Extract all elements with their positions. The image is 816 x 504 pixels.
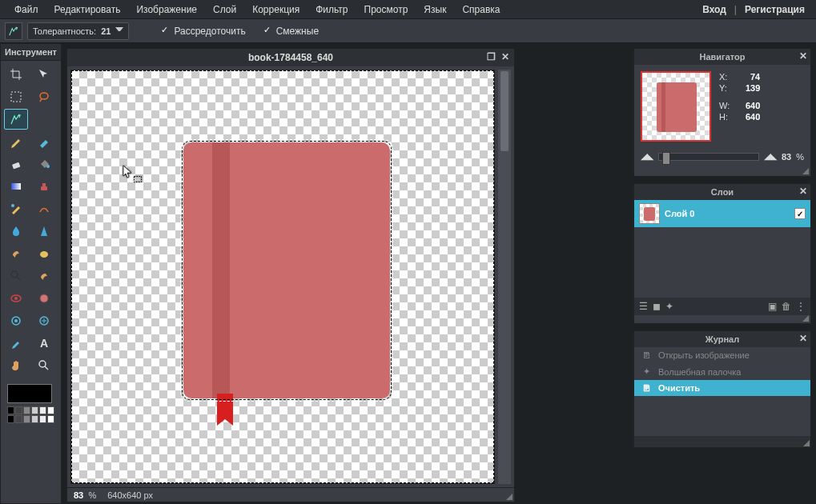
pinch-tool[interactable] [32, 310, 56, 331]
dodge-tool[interactable] [4, 266, 28, 286]
menu-layer[interactable]: Слой [205, 1, 244, 18]
chevron-down-icon[interactable] [115, 27, 123, 35]
gradient-tool[interactable] [4, 176, 28, 197]
palette-swatch[interactable] [47, 406, 54, 414]
layer-mask-icon[interactable]: ◼ [653, 301, 661, 312]
marquee-tool[interactable] [4, 86, 28, 107]
palette-swatch[interactable] [15, 406, 22, 414]
bucket-tool[interactable] [32, 154, 56, 174]
burn-tool[interactable] [32, 266, 56, 286]
tolerance-control[interactable]: Толерантность: 21 [27, 22, 129, 40]
smudge-tool[interactable] [4, 243, 28, 264]
close-icon[interactable]: ✕ [799, 50, 807, 62]
zoom-slider[interactable] [658, 153, 759, 161]
layer-visibility-checkbox[interactable]: ✓ [794, 208, 806, 219]
nav-x-value: 74 [738, 72, 760, 82]
zoom-out-icon[interactable]: ◢◣ [641, 151, 653, 162]
color-swatch[interactable] [1, 379, 61, 406]
type-tool[interactable]: A [32, 333, 56, 354]
svg-point-12 [40, 294, 48, 302]
lasso-tool[interactable] [32, 86, 56, 107]
draw-tool[interactable] [32, 198, 56, 219]
toolbox-panel: Инструмент A [0, 43, 62, 504]
document-titlebar[interactable]: book-1784458_640 ❐ ✕ [67, 49, 514, 66]
antialias-checkbox[interactable]: Рассредоточить [155, 26, 251, 37]
history-item[interactable]: 🖹Очистить [634, 380, 810, 396]
bloat-tool[interactable] [4, 310, 28, 331]
svg-point-14 [14, 319, 18, 322]
clone-tool[interactable] [32, 176, 56, 197]
resize-handle-icon[interactable] [802, 315, 809, 322]
spot-heal-tool[interactable] [32, 288, 56, 309]
nav-h-value: 640 [738, 112, 760, 122]
maximize-icon[interactable]: ❐ [485, 51, 496, 62]
palette-swatch[interactable] [39, 406, 46, 414]
navigator-title: Навигатор [700, 52, 746, 62]
blur-tool[interactable] [4, 221, 28, 242]
menu-help[interactable]: Справка [454, 1, 508, 18]
pencil-tool[interactable] [4, 131, 28, 152]
options-bar: Толерантность: 21 Рассредоточить Смежные [0, 19, 816, 43]
menu-adjust[interactable]: Коррекция [244, 1, 308, 18]
color-replace-tool[interactable] [4, 198, 28, 219]
register-link[interactable]: Регистрация [740, 1, 810, 18]
vertical-scrollbar[interactable] [498, 70, 511, 484]
menu-bar: Файл Редактировать Изображение Слой Корр… [0, 0, 816, 19]
sponge-tool[interactable] [32, 243, 56, 264]
palette-swatch[interactable] [15, 415, 22, 423]
layer-row[interactable]: Слой 0 ✓ [634, 200, 810, 227]
layer-style-icon[interactable]: ✦ [665, 301, 673, 312]
menu-lang[interactable]: Язык [416, 1, 454, 18]
close-icon[interactable]: ✕ [500, 51, 511, 62]
palette-swatch[interactable] [7, 415, 14, 423]
nav-zoom-value: 83 [782, 152, 791, 162]
layers-panel: Слои ✕ Слой 0 ✓ ☰ ◼ ✦ ▣ 🗑 ⋮ [633, 183, 811, 324]
foreground-color[interactable] [7, 384, 52, 403]
menu-filter[interactable]: Фильтр [308, 1, 356, 18]
delete-layer-icon[interactable]: 🗑 [782, 301, 791, 312]
history-item[interactable]: 🖹Открыть изображение [634, 347, 810, 363]
login-link[interactable]: Вход [697, 1, 731, 18]
move-tool[interactable] [32, 64, 56, 85]
navigator-thumbnail[interactable] [641, 71, 711, 142]
menu-edit[interactable]: Редактировать [46, 1, 129, 18]
menu-image[interactable]: Изображение [128, 1, 205, 18]
menu-view[interactable]: Просмотр [356, 1, 416, 18]
auth-separator: | [731, 4, 740, 15]
sharpen-tool[interactable] [32, 221, 56, 242]
zoom-in-icon[interactable]: ◢◣ [764, 151, 777, 162]
palette-swatch[interactable] [39, 415, 46, 423]
palette-swatch[interactable] [31, 406, 38, 414]
close-icon[interactable]: ✕ [799, 333, 807, 344]
brush-tool[interactable] [32, 131, 56, 152]
resize-handle-icon[interactable] [506, 494, 513, 500]
crop-tool[interactable] [4, 64, 28, 85]
eraser-tool[interactable] [4, 154, 28, 174]
nav-h-label: H: [719, 112, 728, 122]
redeye-tool[interactable] [4, 288, 28, 309]
auth-area: Вход | Регистрация [697, 1, 810, 18]
zoom-tool[interactable] [32, 355, 56, 376]
check-icon [263, 26, 273, 36]
navigator-info: X:74 Y:139 W:640 H:640 [719, 71, 760, 142]
document-statusbar: 83 % 640x640 px [67, 487, 514, 502]
resize-handle-icon[interactable] [803, 440, 810, 446]
hand-tool[interactable] [4, 355, 28, 376]
nav-y-label: Y: [719, 83, 727, 93]
contiguous-checkbox[interactable]: Смежные [257, 26, 325, 37]
eyedropper-tool[interactable] [4, 333, 28, 354]
canvas-viewport[interactable] [70, 70, 495, 484]
palette-swatch[interactable] [47, 415, 54, 423]
palette-swatch[interactable] [23, 406, 30, 414]
palette-swatch[interactable] [31, 415, 38, 423]
layer-settings-icon[interactable]: ☰ [639, 301, 648, 312]
palette-swatch[interactable] [23, 415, 30, 423]
menu-file[interactable]: Файл [6, 1, 46, 18]
close-icon[interactable]: ✕ [799, 186, 807, 197]
new-layer-icon[interactable]: ▣ [768, 301, 777, 312]
layer-menu-icon[interactable]: ⋮ [796, 301, 806, 312]
resize-handle-icon[interactable] [802, 168, 809, 174]
magic-wand-tool[interactable] [4, 109, 28, 130]
palette-swatch[interactable] [7, 406, 14, 414]
history-item[interactable]: ✦Волшебная палочка [634, 363, 810, 380]
